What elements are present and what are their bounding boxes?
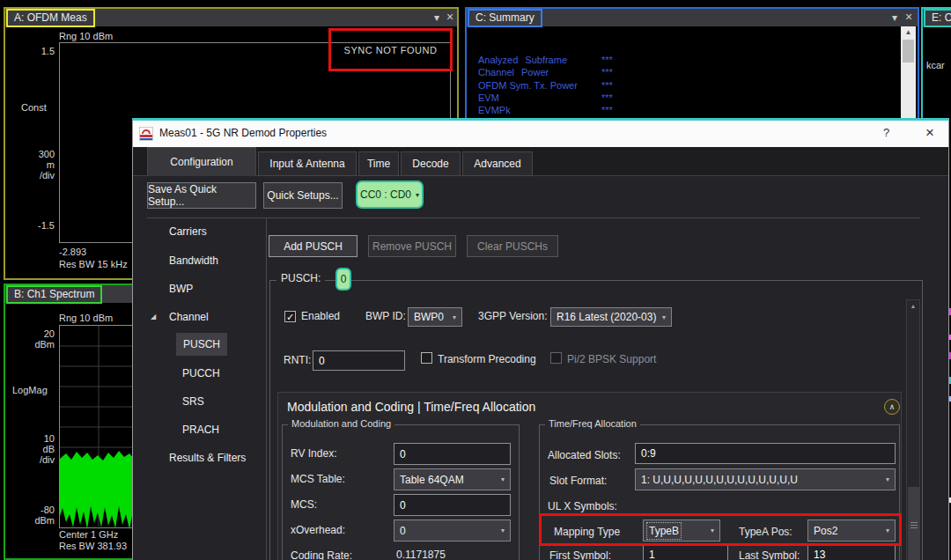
rv-index-input[interactable] — [394, 443, 511, 465]
summary-scrollbar[interactable]: ▲ — [901, 26, 916, 118]
scale-unit: dB — [18, 444, 55, 454]
sidebar-item-srs[interactable]: SRS — [182, 393, 204, 410]
mapping-row-highlight — [539, 513, 902, 546]
tab-input-antenna[interactable]: Input & Antenna — [258, 151, 357, 176]
summary-row-value: *** — [601, 92, 613, 103]
dialog-scrollbar[interactable]: ▲ — [906, 299, 920, 560]
tab-time[interactable]: Time — [358, 151, 399, 176]
scroll-up-icon[interactable]: ▲ — [901, 28, 916, 36]
tree-expanded-icon[interactable]: ◢ — [151, 308, 156, 326]
y-axis-min: -1.5 — [18, 220, 55, 231]
bwp-id-label: BWP ID: — [365, 310, 406, 322]
app-icon-wave — [142, 129, 151, 134]
trace-format-label: LogMag — [12, 385, 48, 395]
dialog-scrollbar-thumb[interactable] — [908, 487, 919, 560]
save-as-quick-setup-button[interactable]: Save As Quick Setup... — [147, 182, 256, 209]
pi2-bpsk-label: Pi/2 BPSK Support — [567, 353, 656, 365]
first-symbol-input[interactable] — [643, 544, 728, 560]
sidebar-separator — [266, 217, 267, 560]
gpp-version-dropdown[interactable]: R16 Latest (2020-03) ▾ — [550, 307, 672, 327]
window-a-minimize-icon[interactable]: ▾ — [434, 11, 439, 25]
remove-pusch-button[interactable]: Remove PUSCH — [368, 235, 456, 257]
modulation-coding-group: Modulation and Coding RV Index: MCS Tabl… — [282, 424, 520, 560]
slot-format-value: 1: U,U,U,U,U,U,U,U,U,U,U,U,U,U — [641, 474, 798, 486]
tab-configuration[interactable]: Configuration — [147, 147, 256, 176]
window-c-close-icon[interactable]: × — [905, 10, 912, 24]
dialog-titlebar[interactable]: Meas01 - 5G NR Demod Properties ? × — [133, 121, 948, 147]
collapse-section-button[interactable]: ∧ — [884, 399, 900, 415]
chevron-down-icon: ▾ — [416, 191, 419, 199]
range-label: Rng 10 dBm — [59, 31, 113, 41]
collapse-icon: ∧ — [889, 402, 896, 411]
bwp-id-value: BWP0 — [414, 311, 444, 323]
tab-advanced[interactable]: Advanced — [462, 151, 533, 176]
res-bw-label: Res BW 15 kHz — [59, 259, 128, 269]
scroll-up-icon[interactable]: ▲ — [907, 303, 919, 309]
chevron-down-icon: ▾ — [662, 313, 666, 321]
sidebar-item-results-filters[interactable]: Results & Filters — [169, 449, 246, 467]
sidebar-item-pucch[interactable]: PUCCH — [182, 365, 220, 382]
gpp-version-label: 3GPP Version: — [478, 310, 548, 322]
x-axis-start: -2.893 — [59, 247, 86, 257]
xoverhead-dropdown[interactable]: 0 ▾ — [394, 519, 511, 542]
transform-precoding-checkbox[interactable] — [421, 352, 432, 364]
sidebar-item-bandwidth[interactable]: Bandwidth — [169, 252, 218, 269]
dialog-close-icon[interactable]: × — [925, 124, 934, 142]
summary-row-value: *** — [601, 80, 613, 91]
mcs-table-dropdown[interactable]: Table 64QAM ▾ — [394, 468, 511, 490]
summary-scrollbar-thumb[interactable] — [903, 40, 914, 63]
sidebar-item-pusch[interactable]: PUSCH — [176, 333, 227, 356]
scale-per-div: 10 dB /div — [18, 433, 55, 465]
sync-not-found-highlight: SYNC NOT FOUND — [328, 28, 453, 71]
chevron-down-icon: ▾ — [501, 475, 505, 483]
slot-format-label: Slot Format: — [549, 475, 607, 487]
sidebar-item-bwp[interactable]: BWP — [169, 280, 193, 298]
summary-row-label: EVMPk — [478, 105, 511, 115]
range-label: Rng 10 dBm — [59, 313, 113, 323]
clear-puschs-button[interactable]: Clear PUSCHs — [467, 235, 558, 257]
enabled-checkbox[interactable]: ✓ — [284, 311, 296, 322]
gpp-version-value: R16 Latest (2020-03) — [557, 311, 656, 323]
summary-row-value: *** — [601, 67, 613, 77]
check-icon: ✓ — [286, 312, 294, 322]
dialog-title: Meas01 - 5G NR Demod Properties — [159, 127, 327, 139]
sidebar-item-channel[interactable]: Channel — [169, 308, 209, 326]
window-a-close-icon[interactable]: × — [446, 10, 453, 24]
sync-status-text: SYNC NOT FOUND — [344, 45, 438, 55]
scale-value: 300 — [18, 149, 55, 159]
window-e-title-highlight: E: OF — [924, 9, 951, 27]
quick-setups-button[interactable]: Quick Setups... — [263, 182, 343, 209]
summary-row-label: EVM — [478, 92, 499, 103]
pusch-index-badge[interactable]: 0 — [335, 268, 351, 291]
add-pusch-button[interactable]: Add PUSCH — [269, 235, 358, 257]
sidebar-item-carriers[interactable]: Carriers — [169, 223, 207, 240]
scale-per-div: 300 m /div — [18, 149, 55, 181]
xoverhead-value: 0 — [400, 525, 406, 537]
window-c-minimize-icon[interactable]: ▾ — [892, 11, 897, 25]
chevron-down-icon: ▾ — [501, 527, 505, 534]
mcs-input[interactable] — [394, 494, 511, 516]
rnti-input[interactable] — [313, 350, 405, 371]
summary-row-label: OFDM Sym. Tx. Power — [478, 80, 578, 91]
help-icon[interactable]: ? — [883, 126, 889, 139]
last-symbol-input[interactable] — [807, 544, 896, 560]
window-summary: C: Summary ▾ × Analyzed Subframe *** Cha… — [465, 7, 919, 120]
y-axis-min-unit: dBm — [18, 515, 55, 526]
sidebar-item-prach[interactable]: PRACH — [182, 421, 219, 438]
tab-decode[interactable]: Decode — [401, 151, 461, 176]
y-axis-max: 20 — [18, 328, 55, 339]
last-symbol-label: Last Symbol: — [739, 549, 800, 560]
time-freq-legend: Time/Freq Allocation — [545, 418, 640, 429]
coding-rate-label: Coding Rate: — [291, 549, 352, 560]
allocated-slots-label: Allocated Slots: — [548, 449, 621, 461]
ul-x-symbols-label: UL X Symbols: — [548, 500, 617, 512]
cc-selector-dropdown[interactable]: CC0 : CD0 ▾ — [356, 181, 424, 209]
coding-rate-value: 0.1171875 — [396, 549, 446, 560]
first-symbol-label: First Symbol: — [549, 549, 611, 560]
allocated-slots-input[interactable] — [635, 443, 896, 464]
slot-format-dropdown[interactable]: 1: U,U,U,U,U,U,U,U,U,U,U,U,U,U ▾ — [635, 468, 896, 490]
sidebar-item-pusch-label: PUSCH — [183, 338, 220, 350]
y-axis-min: -80 — [18, 505, 55, 515]
window-e: E: OF kcar — [921, 7, 951, 119]
bwp-id-dropdown[interactable]: BWP0 ▾ — [408, 307, 462, 327]
